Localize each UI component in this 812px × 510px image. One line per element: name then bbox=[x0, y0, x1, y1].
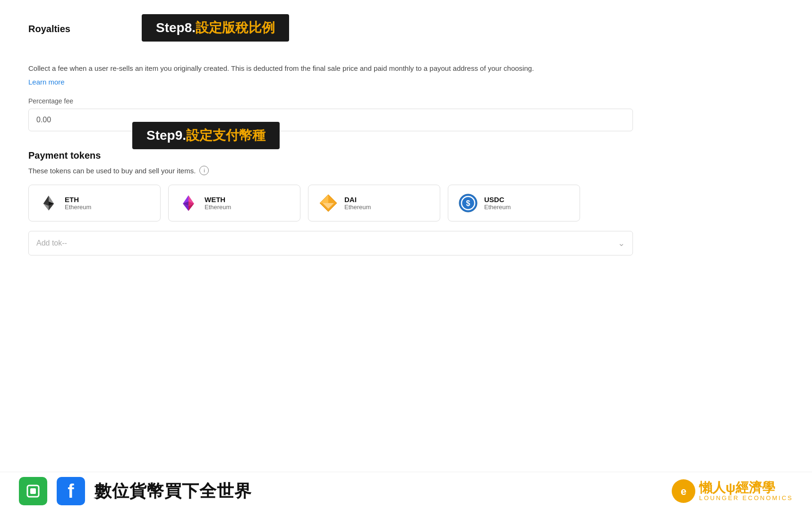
step8-banner: Step8.設定版稅比例 bbox=[142, 14, 289, 42]
banner-main-text: 數位貨幣買下全世界 bbox=[94, 480, 252, 503]
chevron-down-icon: ⌄ bbox=[618, 238, 625, 248]
royalties-description: Collect a fee when a user re-sells an it… bbox=[28, 63, 633, 74]
svg-marker-15 bbox=[320, 195, 328, 203]
brand-name: 懶人ψ經濟學 bbox=[699, 481, 793, 494]
learn-more-link[interactable]: Learn more bbox=[28, 78, 65, 86]
token-card-usdc[interactable]: $ USDC Ethereum bbox=[448, 185, 580, 221]
weth-icon bbox=[178, 193, 199, 213]
svg-rect-21 bbox=[30, 488, 36, 494]
facebook-logo: f bbox=[57, 477, 85, 505]
svg-text:$: $ bbox=[466, 199, 470, 207]
brand-section: e 懶人ψ經濟學 LOUNGER ECONOMICS bbox=[672, 479, 793, 503]
info-icon: i bbox=[199, 166, 209, 175]
green-logo bbox=[19, 477, 47, 505]
svg-marker-14 bbox=[328, 195, 337, 203]
step9-label-highlight: 設定支付幣種 bbox=[186, 128, 265, 143]
dai-network: Ethereum bbox=[344, 204, 371, 211]
dai-token-info: DAI Ethereum bbox=[344, 196, 371, 211]
token-card-weth[interactable]: WETH Ethereum bbox=[168, 185, 300, 221]
usdc-icon: $ bbox=[458, 193, 479, 213]
token-card-eth[interactable]: ETH Ethereum bbox=[28, 185, 161, 221]
usdc-network: Ethereum bbox=[484, 204, 511, 211]
svg-text:e: e bbox=[681, 485, 686, 497]
dai-icon bbox=[318, 193, 339, 213]
step9-label-white: Step9. bbox=[146, 128, 186, 143]
brand-subtitle: LOUNGER ECONOMICS bbox=[699, 494, 793, 502]
usdc-symbol: USDC bbox=[484, 196, 511, 204]
eth-icon bbox=[38, 193, 59, 213]
token-cards-container: ETH Ethereum WETH Ethereum bbox=[28, 185, 633, 221]
eth-symbol: ETH bbox=[65, 196, 91, 204]
step9-banner: Step9.設定支付幣種 bbox=[132, 122, 280, 149]
royalties-title: Royalties bbox=[28, 24, 633, 34]
eth-token-info: ETH Ethereum bbox=[65, 196, 91, 211]
eth-network: Ethereum bbox=[65, 204, 91, 211]
brand-text-block: 懶人ψ經濟學 LOUNGER ECONOMICS bbox=[699, 481, 793, 502]
payment-tokens-title: Payment tokens bbox=[28, 150, 633, 161]
usdc-token-info: USDC Ethereum bbox=[484, 196, 511, 211]
percentage-fee-label: Percentage fee bbox=[28, 97, 633, 105]
brand-icon: e bbox=[672, 479, 695, 503]
add-token-dropdown[interactable]: Add tok-- ⌄ bbox=[28, 231, 633, 255]
add-token-placeholder: Add tok-- bbox=[36, 239, 67, 247]
bottom-banner: f 數位貨幣買下全世界 e 懶人ψ經濟學 LOUNGER ECONOMICS bbox=[0, 472, 812, 510]
weth-token-info: WETH Ethereum bbox=[205, 196, 231, 211]
weth-symbol: WETH bbox=[205, 196, 231, 204]
step8-label-highlight: 設定版稅比例 bbox=[196, 20, 275, 35]
tokens-description-text: These tokens can be used to buy and sell… bbox=[28, 167, 196, 175]
percentage-fee-input[interactable] bbox=[28, 109, 633, 131]
token-card-dai[interactable]: DAI Ethereum bbox=[308, 185, 440, 221]
weth-network: Ethereum bbox=[205, 204, 231, 211]
dai-symbol: DAI bbox=[344, 196, 371, 204]
step8-label-white: Step8. bbox=[156, 20, 196, 35]
